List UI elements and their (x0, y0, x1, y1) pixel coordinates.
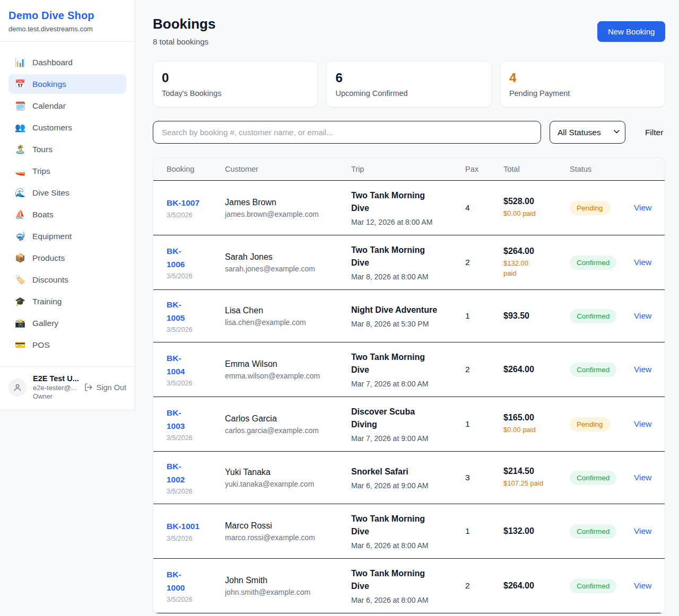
trip-datetime: Mar 7, 2026 at 8:00 AM (351, 380, 465, 388)
search-input[interactable] (153, 121, 541, 144)
customer-cell: Yuki Tanaka yuki.tanaka@example.com (225, 468, 351, 488)
user-email: e2e-tester@... (33, 384, 77, 392)
sidebar-item[interactable]: 📊 Dashboard (8, 52, 126, 72)
sidebar-item-label: Dashboard (32, 58, 73, 67)
paid-amount: $0.00 paid (503, 209, 570, 219)
sign-out-button[interactable]: Sign Out (84, 383, 126, 392)
nav-item-icon: 📦 (15, 253, 25, 263)
user-meta: E2E Test U... e2e-tester@... Owner (33, 374, 77, 400)
sidebar-item[interactable]: 🎓 Training (8, 292, 126, 311)
booking-id-link[interactable]: BK-1007 (167, 197, 225, 209)
logout-icon (84, 383, 93, 392)
total-amount: $165.00 (503, 413, 570, 423)
customer-cell: John Smith john.smith@example.com (225, 576, 351, 596)
sidebar-item[interactable]: 🌊 Dive Sites (8, 183, 126, 203)
customer-name: Emma Wilson (225, 359, 351, 369)
new-booking-button[interactable]: New Booking (597, 21, 665, 42)
sidebar-item[interactable]: 🏝️ Tours (8, 139, 126, 159)
status-badge: Confirmed (570, 256, 616, 270)
booking-id-link[interactable]: BK- 1004 (167, 352, 225, 377)
sidebar-item[interactable]: 🗓️ Calendar (8, 96, 126, 116)
total-cell: $264.00 (503, 365, 570, 374)
user-name: E2E Test U... (33, 374, 77, 383)
shop-domain: demo.test.divestreams.com (8, 25, 126, 33)
sidebar-item[interactable]: 📸 Gallery (8, 313, 126, 333)
trip-datetime: Mar 8, 2026 at 5:30 PM (351, 320, 465, 328)
view-link[interactable]: View (634, 419, 651, 428)
status-cell: Confirmed (570, 363, 634, 377)
booking-id-link[interactable]: BK- 1000 (167, 568, 225, 594)
status-badge: Confirmed (570, 524, 616, 539)
customer-email: emma.wilson@example.com (225, 372, 351, 380)
total-amount: $528.00 (503, 197, 570, 206)
customer-cell: Sarah Jones sarah.jones@example.com (225, 252, 351, 273)
actions-cell: View (634, 311, 651, 321)
nav-item-icon: 📸 (15, 318, 25, 328)
view-link[interactable]: View (634, 258, 651, 267)
booking-cell: BK- 1000 3/5/2026 (167, 568, 225, 603)
customer-name: Marco Rossi (225, 521, 351, 531)
booking-id-link[interactable]: BK- 1002 (167, 460, 225, 486)
view-link[interactable]: View (634, 526, 651, 535)
sidebar-item[interactable]: 📦 Products (8, 248, 126, 268)
actions-cell: View (634, 365, 651, 374)
stat-label: Today's Bookings (162, 89, 309, 98)
stat-label: Upcoming Confirmed (335, 89, 482, 98)
total-amount: $93.50 (503, 311, 570, 321)
view-link[interactable]: View (634, 581, 651, 590)
trip-datetime: Mar 6, 2026 at 9:00 AM (351, 481, 465, 490)
sidebar-item-label: Products (32, 253, 65, 263)
sidebar-item[interactable]: 🤿 Equipment (8, 226, 126, 246)
sidebar-item-label: Training (32, 297, 62, 306)
trip-name: Two Tank Morning Dive (351, 351, 465, 376)
total-amount: $214.50 (503, 467, 570, 476)
sidebar: Demo Dive Shop demo.test.divestreams.com… (0, 0, 135, 410)
sidebar-item[interactable]: 📅 Bookings (8, 74, 126, 94)
booking-date: 3/5/2026 (167, 596, 225, 603)
sidebar-item[interactable]: ⛵ Boats (8, 205, 126, 224)
sidebar-item-label: Tours (32, 145, 53, 154)
filter-button[interactable]: Filter (643, 126, 665, 139)
column-header-booking: Booking (167, 165, 225, 173)
booking-date: 3/5/2026 (167, 380, 225, 387)
sidebar-item[interactable]: 🚤 Trips (8, 161, 126, 181)
sidebar-item[interactable]: 🏷️ Discounts (8, 270, 126, 289)
status-badge: Confirmed (570, 579, 616, 593)
nav-item-icon: 🤿 (15, 231, 25, 241)
sidebar-item[interactable]: 💳 POS (8, 335, 126, 355)
bookings-count: 8 total bookings (153, 37, 215, 46)
customer-cell: Marco Rossi marco.rossi@example.com (225, 521, 351, 542)
booking-id-link[interactable]: BK- 1006 (167, 245, 225, 270)
sidebar-item[interactable]: 👥 Customers (8, 118, 126, 137)
actions-cell: View (634, 203, 651, 213)
actions-cell: View (634, 419, 651, 429)
booking-id-link[interactable]: BK- 1005 (167, 298, 225, 324)
view-link[interactable]: View (634, 365, 651, 374)
trip-datetime: Mar 7, 2026 at 9:00 AM (351, 434, 465, 443)
customer-cell: James Brown james.brown@example.com (225, 198, 351, 218)
view-link[interactable]: View (634, 473, 651, 482)
pax-value: 2 (465, 365, 503, 374)
customer-email: sarah.jones@example.com (225, 265, 351, 273)
view-link[interactable]: View (634, 203, 651, 212)
status-cell: Confirmed (570, 309, 634, 323)
pax-value: 1 (465, 419, 503, 429)
stat-value: 6 (335, 71, 482, 85)
booking-id-link[interactable]: BK-1001 (167, 520, 225, 533)
view-link[interactable]: View (634, 311, 651, 320)
actions-cell: View (634, 526, 651, 536)
nav-item-icon: 🏝️ (15, 144, 25, 154)
booking-row: BK- 1000 3/5/2026 John Smith john.smith@… (153, 559, 665, 613)
booking-date: 3/5/2026 (167, 535, 225, 542)
customer-email: john.smith@example.com (225, 588, 351, 596)
booking-id-link[interactable]: BK- 1003 (167, 407, 225, 432)
status-filter-select[interactable]: All Statuses (550, 121, 625, 144)
status-badge: Pending (570, 201, 610, 215)
total-cell: $132.00 (503, 526, 570, 536)
column-header-trip: Trip (351, 165, 465, 173)
trip-cell: Two Tank Morning Dive Mar 6, 2026 at 8:0… (351, 567, 465, 604)
sidebar-item-label: POS (32, 340, 50, 350)
total-cell: $264.00 (503, 581, 570, 591)
trip-datetime: Mar 6, 2026 at 8:00 AM (351, 541, 465, 550)
brand-block: Demo Dive Shop demo.test.divestreams.com (0, 0, 135, 42)
